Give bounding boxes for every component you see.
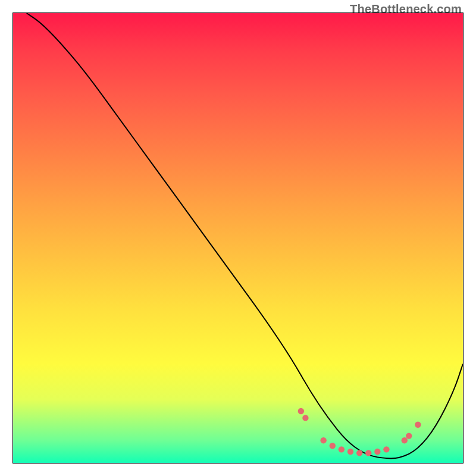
highlight-dot bbox=[356, 450, 362, 456]
highlight-dot bbox=[330, 443, 336, 449]
highlight-dot bbox=[383, 446, 389, 452]
plot-area bbox=[12, 12, 464, 464]
highlight-dot bbox=[415, 422, 421, 428]
highlight-dot bbox=[374, 449, 380, 455]
highlight-dot bbox=[406, 433, 412, 439]
highlight-dot bbox=[339, 446, 345, 452]
bottleneck-curve bbox=[27, 13, 463, 458]
highlight-dot bbox=[302, 415, 308, 421]
highlight-dot bbox=[347, 449, 353, 455]
highlight-dot bbox=[365, 450, 371, 456]
highlight-dot bbox=[402, 437, 408, 443]
chart-svg bbox=[13, 13, 463, 463]
highlight-dots bbox=[298, 408, 421, 456]
highlight-dot bbox=[320, 437, 326, 443]
highlight-dot bbox=[298, 408, 304, 414]
